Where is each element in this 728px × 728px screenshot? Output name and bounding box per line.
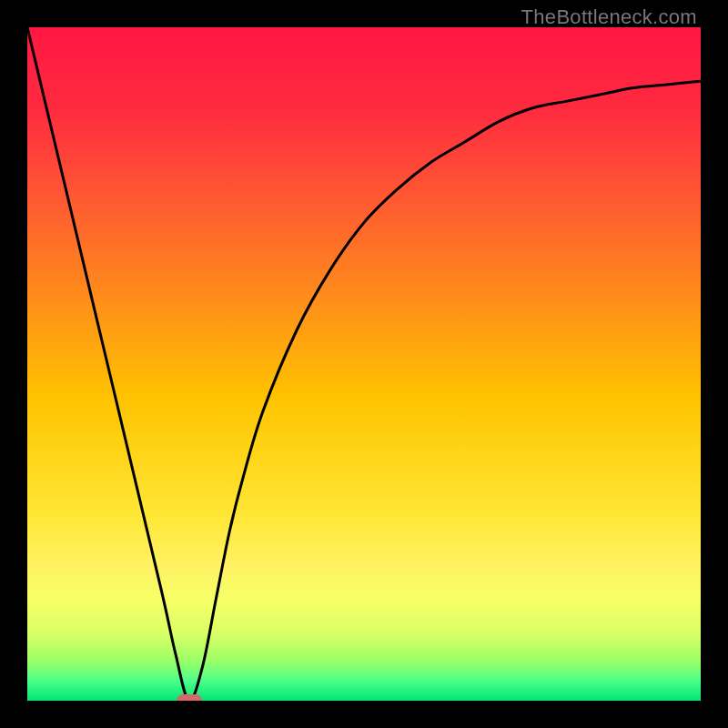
plot-area xyxy=(27,27,701,701)
minimum-marker xyxy=(177,694,202,701)
chart-frame: TheBottleneck.com xyxy=(0,0,728,728)
bottleneck-curve xyxy=(27,27,701,701)
watermark-text: TheBottleneck.com xyxy=(521,5,697,29)
